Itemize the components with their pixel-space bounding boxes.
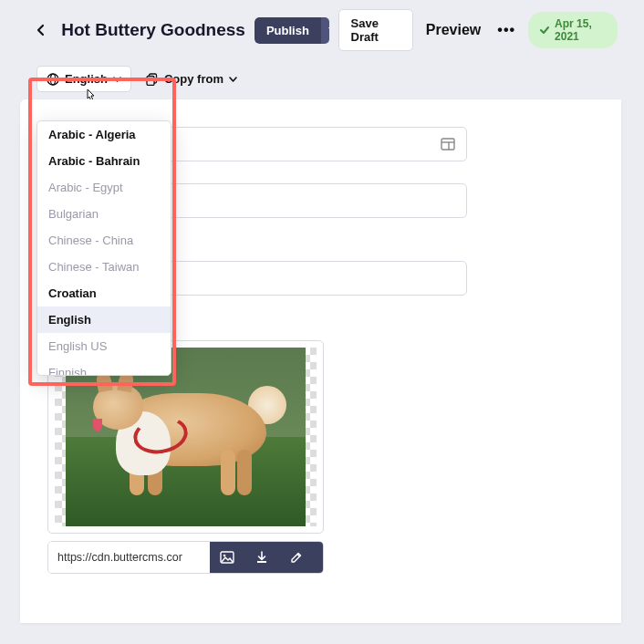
image-icon [220, 551, 234, 564]
back-button[interactable] [29, 16, 52, 44]
image-remove-button[interactable] [314, 542, 324, 573]
toolbar-strip: English Copy from [2, 58, 621, 99]
language-option[interactable]: Arabic - Egypt [37, 174, 171, 201]
image-url-actions [210, 542, 324, 573]
save-draft-button[interactable]: Save Draft [338, 9, 413, 51]
publish-button-group: Publish [254, 17, 329, 44]
language-option[interactable]: Bulgarian [37, 201, 171, 227]
page-title: Hot Buttery Goodness [61, 20, 245, 40]
image-edit-button[interactable] [279, 542, 314, 573]
language-selector[interactable]: English [36, 66, 131, 92]
preview-button[interactable]: Preview [422, 16, 484, 45]
image-replace-button[interactable] [210, 542, 244, 573]
svg-rect-4 [147, 76, 154, 85]
language-dropdown-scroll[interactable]: Arabic - Algeria Arabic - Bahrain Arabic… [37, 121, 171, 375]
copy-from-label: Copy from [164, 72, 223, 86]
language-option[interactable]: Finnish [37, 359, 171, 375]
image-url-bar [47, 541, 324, 574]
caret-down-icon [229, 77, 237, 82]
download-icon [255, 551, 268, 564]
language-option-selected[interactable]: English [37, 306, 171, 333]
svg-rect-5 [441, 139, 454, 150]
language-option[interactable]: Arabic - Bahrain [37, 148, 171, 174]
image-download-button[interactable] [244, 542, 279, 573]
edit-icon [290, 551, 303, 564]
svg-point-9 [223, 555, 226, 557]
language-option[interactable]: English US [37, 333, 171, 359]
check-icon [539, 25, 550, 36]
copy-icon [146, 73, 159, 86]
copy-from-button[interactable]: Copy from [146, 72, 237, 86]
publish-caret-button[interactable] [321, 17, 329, 44]
editor-header: Hot Buttery Goodness Publish Save Draft … [2, 2, 621, 58]
language-label: English [65, 72, 108, 86]
caret-down-icon [113, 77, 121, 82]
date-pill: Apr 15, 2021 [528, 12, 618, 48]
globe-icon [47, 73, 59, 86]
language-option[interactable]: Chinese - China [37, 227, 171, 254]
more-menu-button[interactable]: ••• [493, 16, 519, 45]
card-icon [441, 138, 455, 151]
language-dropdown: Arabic - Algeria Arabic - Bahrain Arabic… [36, 120, 171, 376]
caret-down-icon [328, 27, 329, 33]
language-option[interactable]: Arabic - Algeria [37, 121, 171, 148]
image-url-input[interactable] [48, 542, 210, 573]
chevron-left-icon [36, 24, 46, 36]
language-option[interactable]: Chinese - Taiwan [37, 254, 171, 280]
language-option[interactable]: Croatian [37, 280, 171, 306]
date-label: Apr 15, 2021 [555, 17, 607, 43]
publish-button[interactable]: Publish [254, 17, 321, 44]
